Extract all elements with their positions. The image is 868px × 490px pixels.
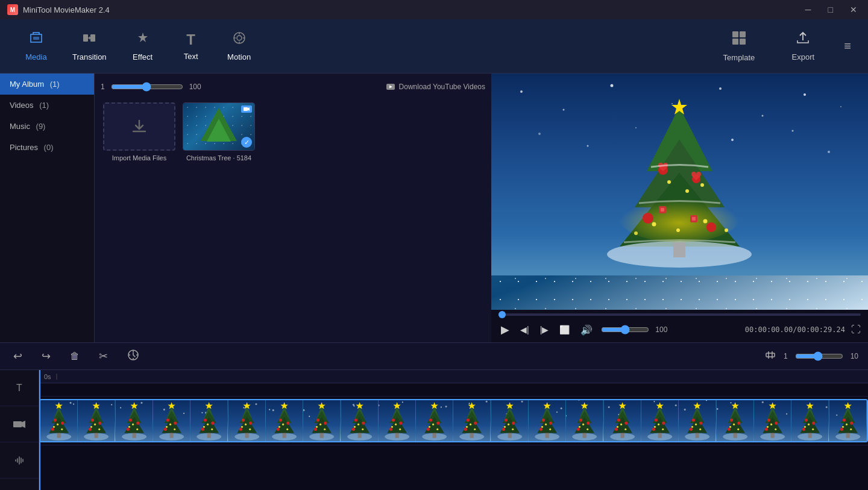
- svg-point-295: [620, 424, 622, 426]
- sidebar-item-music[interactable]: Music (9): [0, 116, 94, 137]
- svg-point-100: [132, 424, 134, 426]
- preview-video: [491, 74, 868, 310]
- strip-frame: [416, 400, 453, 441]
- app-title: MiniTool MovieMaker 2.4: [23, 5, 110, 14]
- svg-point-351: [760, 433, 785, 440]
- svg-point-207: [391, 426, 393, 428]
- redo-button[interactable]: ↪: [38, 347, 54, 365]
- videos-count: (1): [37, 101, 49, 110]
- toolbar-item-template[interactable]: Template: [711, 25, 767, 67]
- svg-point-310: [658, 424, 659, 426]
- svg-point-25: [635, 127, 637, 128]
- strip-frame: [266, 400, 303, 441]
- svg-point-324: [690, 428, 693, 431]
- svg-point-115: [169, 424, 171, 426]
- svg-point-190: [357, 424, 359, 426]
- cut-button[interactable]: ✂: [95, 347, 112, 365]
- svg-point-176: [324, 429, 326, 430]
- svg-point-165: [309, 416, 310, 417]
- svg-point-354: [765, 428, 768, 431]
- timeline-playhead[interactable]: [39, 370, 40, 490]
- svg-point-44: [700, 183, 704, 187]
- toolbar-item-export[interactable]: Export: [779, 26, 827, 66]
- crop-button[interactable]: ⬜: [557, 322, 572, 337]
- svg-point-83: [99, 422, 102, 425]
- svg-point-264: [539, 428, 542, 431]
- toolbar-item-transition[interactable]: Transition: [60, 26, 119, 66]
- title-bar-left: M MiniTool MovieMaker 2.4: [7, 4, 110, 15]
- svg-point-131: [211, 429, 213, 430]
- svg-point-306: [647, 433, 672, 440]
- step-back-button[interactable]: ◀|: [518, 322, 532, 337]
- svg-point-90: [120, 407, 121, 409]
- svg-point-112: [166, 418, 169, 421]
- svg-point-356: [775, 429, 776, 430]
- media-panel: 1 100 Download YouTube Videos: [95, 74, 491, 342]
- svg-point-113: [174, 422, 177, 425]
- progress-bar-container[interactable]: [498, 313, 861, 316]
- svg-point-23: [538, 133, 541, 135]
- strip-frame: [341, 400, 379, 441]
- maximize-button[interactable]: □: [825, 4, 837, 16]
- toolbar-item-media[interactable]: Media: [12, 26, 60, 66]
- svg-point-235: [470, 424, 472, 426]
- svg-point-321: [685, 433, 710, 440]
- undo-button[interactable]: ↩: [10, 347, 26, 365]
- svg-point-250: [508, 424, 509, 426]
- hamburger-button[interactable]: ≡: [839, 34, 856, 58]
- svg-point-18: [671, 103, 673, 104]
- delete-button[interactable]: 🗑: [66, 348, 83, 364]
- svg-point-369: [802, 428, 805, 431]
- timeline-zoom-slider[interactable]: [795, 351, 843, 361]
- svg-point-330: [730, 402, 731, 403]
- minimize-button[interactable]: ─: [802, 4, 815, 16]
- zoom-slider[interactable]: [111, 82, 183, 92]
- step-forward-button[interactable]: |▶: [538, 322, 552, 337]
- sidebar-item-pictures[interactable]: Pictures (0): [0, 137, 94, 158]
- text-track-icon: T: [0, 370, 39, 406]
- sidebar-item-videos[interactable]: Videos (1): [0, 95, 94, 116]
- my-album-label: My Album: [10, 80, 44, 89]
- fullscreen-button[interactable]: ⛶: [851, 324, 861, 335]
- svg-point-357: [767, 426, 769, 428]
- svg-point-186: [347, 433, 372, 440]
- video-strip[interactable]: [39, 399, 868, 442]
- svg-point-386: [850, 429, 852, 430]
- download-youtube-link[interactable]: Download YouTube Videos: [386, 82, 485, 92]
- svg-point-211: [445, 406, 447, 407]
- svg-point-16: [563, 109, 565, 111]
- toolbar-item-effect[interactable]: Effect: [119, 26, 167, 66]
- video-badge-icon: [244, 107, 250, 112]
- import-media-item[interactable]: Import Media Files: [103, 102, 175, 162]
- import-icon: [130, 117, 149, 136]
- toolbar-item-motion[interactable]: Motion: [215, 26, 263, 66]
- svg-point-279: [577, 428, 580, 431]
- svg-point-385: [846, 424, 848, 426]
- svg-point-146: [249, 429, 251, 430]
- svg-point-97: [129, 418, 132, 421]
- media-controls: 1 100 Download YouTube Videos: [101, 80, 485, 94]
- christmas-tree-item[interactable]: ✓ Christmas Tree · 5184: [183, 102, 255, 162]
- svg-point-189: [351, 428, 354, 431]
- svg-point-226: [486, 401, 488, 403]
- svg-point-70: [57, 424, 58, 426]
- svg-point-282: [579, 426, 580, 428]
- sidebar-item-my-album[interactable]: My Album (1): [0, 74, 94, 95]
- close-button[interactable]: ✕: [846, 4, 861, 16]
- import-thumbnail[interactable]: [103, 102, 175, 151]
- strip-frame: [641, 400, 679, 441]
- svg-point-26: [731, 139, 734, 141]
- svg-point-96: [122, 433, 146, 440]
- volume-slider[interactable]: [601, 325, 649, 335]
- volume-button[interactable]: 🔊: [578, 322, 595, 338]
- svg-point-381: [835, 433, 860, 440]
- export-label: Export: [792, 52, 815, 61]
- svg-rect-0: [33, 37, 39, 40]
- detach-button[interactable]: [124, 347, 143, 366]
- fit-button[interactable]: [764, 349, 776, 363]
- video-track-row: [39, 397, 868, 445]
- svg-point-106: [163, 409, 165, 410]
- toolbar-item-text[interactable]: T Text: [167, 27, 215, 66]
- play-button[interactable]: ▶: [498, 321, 512, 339]
- template-label: Template: [723, 53, 755, 62]
